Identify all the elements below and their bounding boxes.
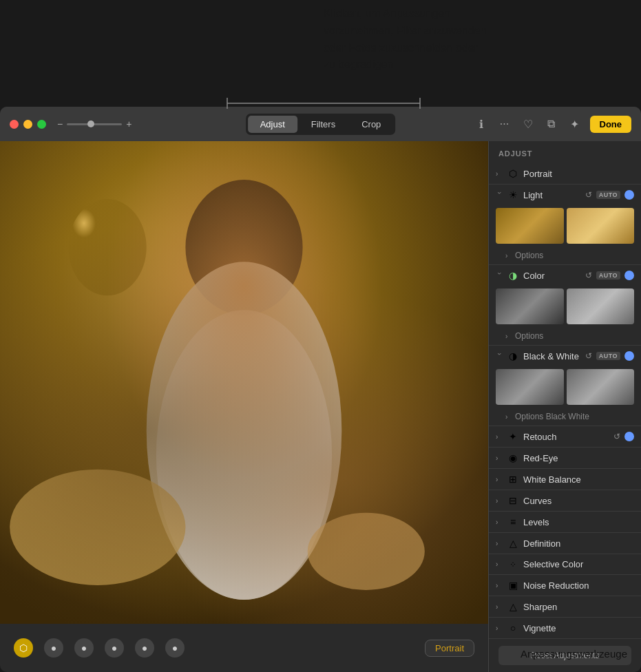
levels-label: Levels (523, 517, 634, 527)
bw-undo-icon[interactable]: ↺ (585, 351, 592, 361)
chevron-levels: › (496, 518, 503, 526)
section-vignette[interactable]: › ○ Vignette (489, 618, 641, 638)
tab-adjust[interactable]: Adjust (248, 116, 297, 133)
zoom-control: − + (57, 118, 132, 129)
portrait-label: Portrait (523, 169, 634, 179)
bw-auto-badge[interactable]: AUTO (596, 352, 620, 360)
sharpen-label: Sharpen (523, 602, 634, 612)
section-light: › ☀ Light ↺ AUTO › (489, 185, 641, 265)
retouch-undo-icon[interactable]: ↺ (613, 432, 620, 441)
section-portrait: › ⬡ Portrait (489, 163, 641, 185)
color-undo-icon[interactable]: ↺ (585, 271, 592, 280)
light-undo-icon[interactable]: ↺ (585, 190, 592, 200)
bw-options-row[interactable]: › Options Black White (489, 410, 641, 426)
section-sharpen[interactable]: › △ Sharpen (489, 596, 641, 618)
light-auto-badge[interactable]: AUTO (596, 191, 620, 199)
bw-thumb-2[interactable] (567, 369, 635, 405)
view-icon-3[interactable]: ● (105, 638, 124, 658)
color-auto-badge[interactable]: AUTO (596, 271, 620, 280)
svg-point-4 (68, 199, 146, 295)
light-thumb-1[interactable] (496, 208, 564, 244)
chevron-sc: › (496, 560, 503, 568)
section-retouch[interactable]: › ✦ Retouch ↺ (489, 426, 641, 448)
tab-crop[interactable]: Crop (349, 116, 393, 133)
bw-options-label: Options Black White (515, 412, 589, 421)
light-label: Light (523, 190, 581, 200)
color-thumb-1[interactable] (496, 288, 564, 324)
tooltip-text: Klicken, um Anpassungen vorzunehmen, Fil… (324, 6, 613, 74)
section-color: › ◑ Color ↺ AUTO › (489, 265, 641, 346)
light-thumb-2[interactable] (567, 208, 635, 244)
info-icon[interactable]: ℹ (473, 116, 490, 132)
options-chevron-light: › (505, 252, 512, 260)
minimize-button[interactable] (23, 120, 32, 129)
zoom-slider-thumb[interactable] (87, 120, 94, 127)
duplicate-icon[interactable]: ⧉ (543, 116, 560, 132)
nr-icon: ▣ (507, 580, 519, 591)
zoom-minus-icon[interactable]: − (57, 118, 63, 129)
section-noisereduction[interactable]: › ▣ Noise Reduction (489, 575, 641, 596)
curves-label: Curves (523, 496, 634, 506)
nr-label: Noise Reduction (523, 580, 634, 591)
portrait-icon: ⬡ (507, 168, 519, 179)
redeye-label: Red-Eye (523, 453, 634, 463)
light-icon: ☀ (507, 189, 519, 200)
svg-rect-3 (0, 141, 488, 624)
svg-point-6 (147, 262, 342, 600)
chevron-wb: › (496, 476, 503, 483)
portrait-mode-icon[interactable]: ⬡ (14, 638, 33, 658)
bottom-icons: ⬡ ● ● ● ● ● (14, 638, 185, 658)
photo-bottom-bar: ⬡ ● ● ● ● ● Portrait (0, 624, 488, 672)
retouch-toggle[interactable] (624, 432, 634, 441)
tab-filters[interactable]: Filters (299, 116, 348, 133)
photo-area: ⬡ ● ● ● ● ● Portrait (0, 141, 488, 672)
color-thumb-2[interactable] (567, 288, 635, 324)
section-curves[interactable]: › ⊟ Curves (489, 490, 641, 512)
bw-thumb-1[interactable] (496, 369, 564, 405)
sharpen-icon: △ (507, 601, 519, 612)
section-whitebalance[interactable]: › ⊞ White Balance (489, 469, 641, 490)
section-bw-header[interactable]: › ◑ Black & White ↺ AUTO (489, 346, 641, 366)
section-selectivecolor[interactable]: › ⁘ Selective Color (489, 554, 641, 575)
enhance-icon[interactable]: ✦ (567, 116, 583, 132)
maximize-button[interactable] (37, 120, 46, 129)
section-portrait-header[interactable]: › ⬡ Portrait (489, 163, 641, 184)
color-options-row[interactable]: › Options (489, 330, 641, 345)
done-button[interactable]: Done (590, 116, 632, 133)
vignette-label: Vignette (523, 623, 634, 633)
view-icon-4[interactable]: ● (135, 638, 154, 658)
chevron-retouch: › (496, 433, 503, 441)
color-options-label: Options (515, 331, 543, 341)
share-icon[interactable]: ··· (496, 116, 513, 132)
panel-scroll[interactable]: › ⬡ Portrait › ☀ Light ↺ AUTO (489, 163, 641, 638)
svg-point-8 (10, 470, 185, 585)
levels-icon: ≡ (507, 516, 519, 527)
content-area: ⬡ ● ● ● ● ● Portrait ADJUST › ⬡ (0, 141, 641, 672)
section-levels[interactable]: › ≡ Levels (489, 512, 641, 533)
chevron-color: › (496, 272, 503, 279)
section-redeye[interactable]: › ◉ Red-Eye (489, 448, 641, 469)
close-button[interactable] (10, 120, 19, 129)
light-options-row[interactable]: › Options (489, 249, 641, 264)
section-definition[interactable]: › △ Definition (489, 533, 641, 554)
zoom-plus-icon[interactable]: + (126, 118, 132, 129)
zoom-slider-track[interactable] (67, 123, 122, 125)
view-icon-1[interactable]: ● (44, 638, 63, 658)
color-icon: ◑ (507, 270, 519, 281)
titlebar: − + Adjust Filters Crop ℹ ··· ♡ ⧉ ✦ Done (0, 107, 641, 141)
light-toggle[interactable] (624, 190, 634, 200)
portrait-badge[interactable]: Portrait (425, 640, 474, 657)
section-color-header[interactable]: › ◑ Color ↺ AUTO (489, 265, 641, 286)
sc-icon: ⁘ (507, 560, 519, 569)
bw-toggle[interactable] (624, 351, 634, 361)
color-toggle[interactable] (624, 271, 634, 280)
bw-label: Black & White (523, 351, 581, 361)
view-icon-5[interactable]: ● (165, 638, 185, 658)
vignette-icon: ○ (507, 622, 519, 633)
sc-label: Selective Color (523, 559, 634, 569)
photo-canvas (0, 141, 488, 624)
section-light-header[interactable]: › ☀ Light ↺ AUTO (489, 185, 641, 205)
view-icon-2[interactable]: ● (74, 638, 94, 658)
favorite-icon[interactable]: ♡ (520, 116, 536, 132)
light-preview-strip (489, 205, 641, 249)
